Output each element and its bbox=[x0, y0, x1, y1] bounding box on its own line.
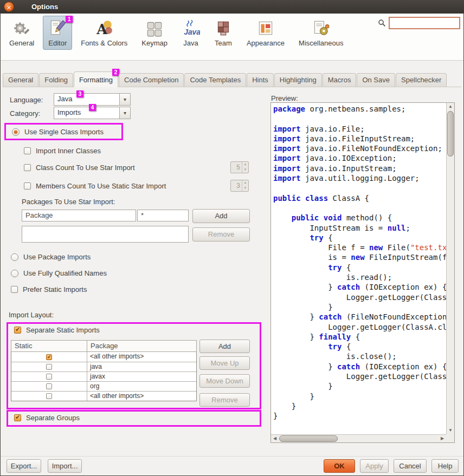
package-column-header[interactable]: Package bbox=[87, 340, 197, 352]
use-fully-qualified-names-radio[interactable]: Use Fully Qualified Names bbox=[11, 269, 107, 277]
window-close-button[interactable]: ✕ bbox=[4, 2, 14, 12]
spinner-down-icon[interactable]: ▼ bbox=[242, 186, 248, 191]
spinner-buttons[interactable]: ▲▼ bbox=[242, 162, 248, 173]
import-inner-classes-label: Import Inner Classes bbox=[36, 147, 101, 155]
class-count-spinner[interactable]: 5 ▲▼ bbox=[230, 161, 249, 173]
toolbar-item-general[interactable]: General bbox=[4, 16, 40, 50]
package-cell: javax bbox=[87, 372, 196, 381]
checkbox-icon[interactable] bbox=[11, 286, 18, 293]
table-row[interactable]: <all other imports> bbox=[11, 391, 196, 401]
close-icon: ✕ bbox=[7, 4, 11, 11]
export-button[interactable]: Export... bbox=[7, 459, 41, 473]
radio-icon[interactable] bbox=[11, 253, 18, 261]
miscellaneous-icon bbox=[312, 19, 330, 37]
toolbar-item-keymap[interactable]: Keymap bbox=[136, 16, 173, 50]
package-cell: org bbox=[87, 382, 196, 391]
radio-icon[interactable] bbox=[12, 128, 20, 136]
use-single-class-imports-label: Use Single Class Imports bbox=[24, 128, 104, 136]
toolbar-item-java[interactable]: JavaJava bbox=[176, 16, 205, 50]
class-count-checkbox[interactable]: Class Count To Use Star Import bbox=[24, 164, 135, 172]
move-down-button[interactable]: Move Down bbox=[199, 374, 250, 388]
tab-on-save[interactable]: On Save bbox=[357, 73, 395, 87]
static-checkbox[interactable] bbox=[46, 393, 52, 399]
toolbar-item-fonts-colors[interactable]: AFonts & Colors bbox=[75, 16, 133, 50]
move-up-button[interactable]: Move Up bbox=[199, 356, 250, 370]
table-row[interactable]: org bbox=[11, 381, 196, 391]
separate-groups-checkbox[interactable]: Separate Groups bbox=[14, 414, 80, 422]
checkbox-icon[interactable] bbox=[14, 414, 21, 421]
toolbar-item-appearance[interactable]: Appearance bbox=[241, 16, 290, 50]
chevron-down-icon[interactable]: ▾ bbox=[119, 107, 131, 119]
star-table-header-star[interactable]: * bbox=[137, 210, 189, 221]
toolbar-item-miscellaneous[interactable]: Miscellaneous bbox=[293, 16, 349, 50]
titlebar: ✕ Options bbox=[0, 0, 464, 14]
checkbox-icon[interactable] bbox=[24, 182, 31, 190]
tab-macros[interactable]: Macros bbox=[323, 73, 357, 87]
import-inner-classes-checkbox[interactable]: Import Inner Classes bbox=[24, 147, 101, 155]
help-button[interactable]: Help bbox=[431, 459, 459, 473]
category-toolbar: GeneralEditor1AFonts & ColorsKeymapJavaJ… bbox=[1, 14, 463, 61]
spinner-down-icon[interactable]: ▼ bbox=[242, 167, 248, 173]
category-value: Imports bbox=[54, 107, 119, 119]
import-button[interactable]: Import... bbox=[48, 459, 82, 473]
horizontal-scrollbar[interactable]: ◀ ▶ bbox=[271, 434, 446, 442]
add-button[interactable]: Add bbox=[199, 340, 250, 353]
tab-highlighting[interactable]: Highlighting bbox=[274, 73, 322, 87]
star-table-header-package[interactable]: Package bbox=[22, 210, 136, 221]
scroll-left-icon[interactable]: ◀ bbox=[271, 435, 279, 442]
static-checkbox[interactable] bbox=[46, 383, 52, 389]
tab-general[interactable]: General bbox=[3, 73, 38, 87]
tab-spellchecker[interactable]: Spellchecker bbox=[396, 73, 447, 87]
static-checkbox[interactable] bbox=[46, 374, 52, 380]
static-column-header[interactable]: Static bbox=[11, 340, 87, 352]
team-icon bbox=[214, 19, 233, 37]
radio-icon[interactable] bbox=[11, 270, 18, 277]
star-add-button[interactable]: Add bbox=[192, 209, 250, 223]
tab-formatting[interactable]: Formatting2 bbox=[74, 71, 118, 87]
static-checkbox[interactable] bbox=[46, 364, 52, 370]
vertical-scroll-thumb[interactable] bbox=[447, 111, 454, 157]
prefer-static-imports-checkbox[interactable]: Prefer Static Imports bbox=[11, 285, 87, 294]
scroll-down-icon[interactable]: ▼ bbox=[447, 427, 454, 434]
svg-text:A: A bbox=[96, 21, 108, 37]
use-package-imports-radio[interactable]: Use Package Imports bbox=[11, 253, 91, 261]
annotation-badge: 1 bbox=[66, 16, 73, 23]
ok-button[interactable]: OK bbox=[324, 459, 355, 473]
vertical-scrollbar[interactable]: ▲ ▼ bbox=[446, 103, 454, 434]
cancel-button[interactable]: Cancel bbox=[394, 459, 427, 473]
members-count-checkbox[interactable]: Members Count To Use Static Star Import bbox=[24, 182, 166, 190]
static-checkbox[interactable] bbox=[46, 354, 52, 360]
star-table-body[interactable] bbox=[22, 226, 189, 243]
toolbar-item-editor[interactable]: Editor1 bbox=[43, 16, 72, 50]
table-row[interactable]: java bbox=[11, 362, 196, 371]
spinner-up-icon[interactable]: ▲ bbox=[242, 162, 248, 167]
spinner-up-icon[interactable]: ▲ bbox=[242, 180, 248, 186]
chevron-down-icon[interactable]: ▾ bbox=[119, 93, 131, 106]
members-count-spinner[interactable]: 3 ▲▼ bbox=[230, 180, 249, 192]
use-single-class-imports-radio[interactable]: Use Single Class Imports bbox=[12, 128, 104, 136]
apply-button[interactable]: Apply bbox=[360, 459, 389, 473]
toolbar-item-team[interactable]: Team bbox=[209, 16, 238, 50]
checkbox-icon[interactable] bbox=[14, 327, 21, 334]
tab-label: General bbox=[8, 76, 33, 84]
general-icon bbox=[12, 19, 31, 37]
class-count-label: Class Count To Use Star Import bbox=[36, 164, 135, 172]
checkbox-icon[interactable] bbox=[24, 164, 31, 171]
annotation-badge-3: 3 bbox=[76, 90, 83, 97]
horizontal-scroll-thumb[interactable] bbox=[279, 435, 338, 442]
tab-folding[interactable]: Folding bbox=[39, 73, 73, 87]
scroll-right-icon[interactable]: ▶ bbox=[439, 435, 446, 442]
scroll-up-icon[interactable]: ▲ bbox=[447, 103, 454, 110]
separate-static-imports-checkbox[interactable]: Separate Static Imports bbox=[14, 326, 100, 334]
spinner-buttons[interactable]: ▲▼ bbox=[242, 180, 248, 191]
tab-code-completion[interactable]: Code Completion bbox=[119, 73, 184, 87]
table-row[interactable]: <all other imports> bbox=[11, 352, 196, 362]
tab-code-templates[interactable]: Code Templates bbox=[184, 73, 246, 87]
remove-button[interactable]: Remove bbox=[199, 393, 250, 407]
toolbar-item-label: Miscellaneous bbox=[299, 39, 343, 47]
checkbox-icon[interactable] bbox=[24, 147, 31, 154]
star-remove-button[interactable]: Remove bbox=[192, 227, 250, 242]
table-row[interactable]: javax bbox=[11, 371, 196, 381]
search-input[interactable] bbox=[389, 17, 460, 29]
tab-hints[interactable]: Hints bbox=[247, 73, 274, 87]
